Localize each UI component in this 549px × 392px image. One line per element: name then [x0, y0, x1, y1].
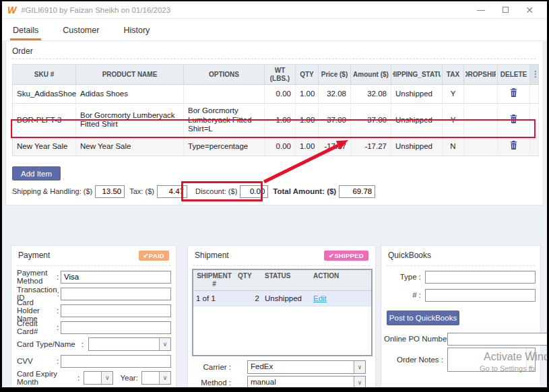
- card-holder-input[interactable]: [61, 304, 171, 317]
- credit-card-label: Credit Card#: [17, 319, 57, 335]
- content-area: Order SKU # PRODUCT NAME OPTIONS WT (LBS…: [2, 40, 547, 387]
- payment-method-row: Payment Method:: [17, 270, 171, 284]
- col-shipment-action: ACTION: [311, 270, 371, 290]
- carrier-label: Carrier :: [189, 363, 231, 371]
- col-shipping-status: SHIPPING_STATUS: [391, 65, 443, 85]
- qb-type-input[interactable]: [425, 271, 536, 284]
- cvv-row: CVV:: [17, 354, 171, 368]
- cell-wt: 0.00: [265, 137, 296, 156]
- order-totals-row: Shipping & Handling: ($) Tax: ($) Discou…: [12, 184, 375, 199]
- qb-notes-row: Order Notes : ∧∨: [384, 347, 536, 372]
- col-qty: QTY: [296, 65, 319, 85]
- cell-price: 32.08: [319, 85, 351, 104]
- chevron-down-icon: ∨: [354, 377, 365, 387]
- method-row: Method : manual∨: [189, 376, 366, 387]
- method-label: Method :: [189, 379, 231, 387]
- online-po-number-input[interactable]: [447, 333, 547, 346]
- payment-divider: [17, 265, 170, 266]
- notes-scrollbar[interactable]: ∧∨: [526, 348, 535, 371]
- credit-card-row: Credit Card#:: [17, 321, 171, 334]
- post-to-quickbooks-button[interactable]: Post to QuickBooks: [387, 311, 459, 325]
- scroll-up-icon[interactable]: ∧: [529, 350, 532, 355]
- payment-section: Payment ✔PAID Payment Method: Transactio…: [11, 245, 176, 387]
- transaction-id-input[interactable]: [61, 288, 171, 300]
- cell-amount: 32.08: [351, 85, 391, 104]
- quickbooks-divider: [387, 265, 535, 266]
- table-row: Sku_AdidasShoe Adidas Shoes 0.00 1.00 32…: [13, 85, 539, 104]
- shipment-section: Shipment ✔SHIPPED SHIPMENT # QTY STATUS …: [187, 245, 376, 387]
- credit-card-input[interactable]: [61, 321, 171, 334]
- expiry-month-select[interactable]: ∨: [84, 371, 113, 385]
- cell-price: 37.00: [319, 103, 351, 137]
- delete-icon[interactable]: [509, 88, 518, 98]
- shipment-table-header: SHIPMENT # QTY STATUS ACTION: [193, 270, 371, 291]
- carrier-select[interactable]: FedEx∨: [247, 360, 366, 374]
- qb-type-row: Type :: [384, 270, 536, 284]
- delete-icon[interactable]: [509, 140, 518, 150]
- cell-status: Unshipped: [391, 103, 443, 137]
- tax-label: Tax: ($): [129, 187, 154, 195]
- shipment-table: SHIPMENT # QTY STATUS ACTION 1 of 1 2 Un…: [192, 269, 373, 356]
- scroll-down-icon[interactable]: ∨: [529, 364, 532, 370]
- cell-wt: 0.00: [265, 85, 296, 104]
- screenshot-frame: W #GILI6910 by Faizan Sheikh on 01/16/20…: [0, 0, 549, 392]
- delete-icon[interactable]: [509, 114, 518, 124]
- card-type-select[interactable]: ∨: [88, 337, 171, 351]
- cell-sku: BOR-PLFT-3: [13, 103, 76, 137]
- total-amount-input[interactable]: [339, 185, 375, 198]
- col-sku: SKU #: [13, 65, 76, 85]
- col-shipment-qty: QTY: [235, 270, 262, 290]
- tab-customer[interactable]: Customer: [60, 22, 102, 40]
- app-window: W #GILI6910 by Faizan Sheikh on 01/16/20…: [2, 1, 547, 387]
- app-logo-icon: W: [7, 5, 16, 15]
- qb-po-label: Online PO Number :: [384, 335, 443, 343]
- window-title: #GILI6910 by Faizan Sheikh on 01/16/2023: [21, 6, 170, 14]
- card-type-label: Card Type/Name: [17, 340, 82, 348]
- discount-input[interactable]: [240, 185, 268, 198]
- tab-history[interactable]: History: [121, 22, 152, 40]
- payment-method-input[interactable]: [61, 271, 171, 284]
- col-weight: WT (LBS.): [265, 65, 296, 85]
- total-amount-label: Total Amount: ($): [273, 187, 336, 195]
- shipping-handling-input[interactable]: [95, 185, 125, 198]
- shipment-section-title: Shipment: [195, 251, 229, 260]
- chevron-down-icon: ∨: [159, 372, 170, 384]
- cell-delete: [498, 137, 530, 156]
- col-options: OPTIONS: [184, 65, 265, 85]
- qb-number-row: # :: [384, 288, 536, 302]
- cell-product: Adidas Shoes: [76, 85, 184, 104]
- cell-amount: -17.27: [351, 137, 391, 156]
- quickbooks-section: QuickBooks Type : # : Post to QuickBooks…: [381, 245, 541, 387]
- chevron-down-icon: ∨: [159, 338, 170, 350]
- order-notes-textarea[interactable]: ∧∨: [447, 348, 536, 372]
- qb-number-input[interactable]: [425, 289, 536, 302]
- payment-section-title: Payment: [18, 251, 50, 260]
- maximize-icon[interactable]: [493, 5, 517, 15]
- card-holder-row: Card Holder Name:: [17, 304, 171, 317]
- shipment-divider: [193, 265, 370, 266]
- cell-price: -17.27: [319, 137, 351, 156]
- shipping-handling-label: Shipping & Handling: ($): [12, 187, 92, 195]
- edit-shipment-link[interactable]: Edit: [313, 294, 327, 302]
- close-icon[interactable]: ✕: [517, 5, 542, 15]
- add-item-button[interactable]: Add Item: [12, 166, 61, 181]
- tab-details[interactable]: Details: [10, 22, 41, 40]
- kebab-menu-icon[interactable]: ⋮: [531, 69, 540, 79]
- col-price: Price ($): [319, 65, 351, 85]
- discount-label: Discount: ($): [195, 187, 237, 195]
- cell-options: [184, 85, 265, 104]
- minimize-icon[interactable]: —: [469, 5, 493, 15]
- shipment-status-cell: Unshipped: [262, 291, 311, 306]
- cell-product: New Year Sale: [76, 137, 184, 156]
- cell-tax: N: [443, 137, 464, 156]
- paid-badge: ✔PAID: [139, 251, 169, 261]
- tax-input[interactable]: [157, 185, 187, 198]
- method-select[interactable]: manual∨: [247, 376, 366, 387]
- cell-status: Unshipped: [391, 85, 443, 104]
- col-amount: Amount ($): [351, 65, 391, 85]
- cvv-input[interactable]: [61, 355, 171, 368]
- table-menu-cell[interactable]: ⋮: [530, 65, 539, 85]
- tab-bar: Details Customer History: [2, 19, 547, 40]
- card-expiry-row: Card Expiry Month: ∨ Year: ∨: [17, 371, 171, 385]
- expiry-year-select[interactable]: ∨: [141, 371, 171, 385]
